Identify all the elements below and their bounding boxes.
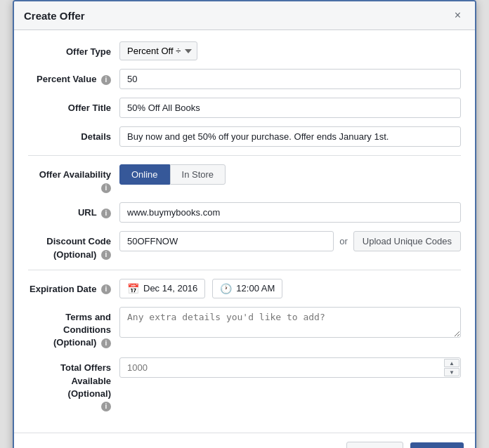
expiration-date-control: 📅 Dec 14, 2016 🕐 12:00 AM [119, 279, 461, 298]
avail-instore-button[interactable]: In Store [170, 164, 226, 185]
availability-buttons: Online In Store [119, 164, 461, 185]
terms-label: Terms and Conditions (Optional) i [28, 307, 119, 350]
terms-textarea[interactable] [119, 307, 461, 338]
dialog-header: Create Offer × [14, 1, 475, 30]
total-offers-label: Total Offers Available (Optional) i [28, 357, 119, 413]
percent-value-info-icon[interactable]: i [101, 75, 111, 85]
or-text: or [339, 236, 348, 246]
offer-type-row: Offer Type Percent Off ÷ [28, 41, 461, 60]
details-control [119, 126, 461, 147]
discount-code-input[interactable] [119, 231, 334, 251]
percent-value-label: Percent Value i [28, 69, 119, 86]
offer-title-label: Offer Title [28, 98, 119, 114]
spinner-down-button[interactable]: ▼ [444, 368, 459, 376]
close-button[interactable]: × [450, 8, 465, 22]
discount-row-inner: or Upload Unique Codes [119, 231, 461, 251]
create-button[interactable]: Create [410, 442, 464, 448]
section-divider-1 [28, 155, 461, 156]
discount-code-label: Discount Code (Optional) i [28, 231, 119, 261]
url-input[interactable] [119, 202, 461, 223]
details-row: Details [28, 126, 461, 147]
discount-code-row: Discount Code (Optional) i or Upload Uni… [28, 231, 461, 261]
expiration-date-label: Expiration Date i [28, 279, 119, 296]
expiration-date-row: Expiration Date i 📅 Dec 14, 2016 🕐 12:00… [28, 279, 461, 298]
offer-availability-control: Online In Store [119, 164, 461, 185]
discount-code-info-icon[interactable]: i [101, 250, 111, 260]
date-picker[interactable]: 📅 Dec 14, 2016 [119, 279, 205, 298]
clock-icon: 🕐 [220, 283, 232, 294]
dialog-footer: Cancel Create [14, 433, 475, 448]
percent-value-row: Percent Value i [28, 69, 461, 89]
total-offers-input[interactable] [119, 357, 461, 378]
terms-row: Terms and Conditions (Optional) i [28, 307, 461, 350]
calendar-icon: 📅 [127, 283, 139, 294]
offer-title-control [119, 98, 461, 118]
discount-code-control: or Upload Unique Codes [119, 231, 461, 251]
expiration-date-info-icon[interactable]: i [101, 284, 111, 294]
total-offers-row: Total Offers Available (Optional) i ▲ ▼ [28, 357, 461, 413]
offer-title-row: Offer Title [28, 98, 461, 118]
url-control [119, 202, 461, 223]
offer-type-label: Offer Type [28, 41, 119, 58]
date-value: Dec 14, 2016 [143, 283, 197, 294]
offer-title-input[interactable] [119, 98, 461, 118]
offer-availability-row: Offer Availability i Online In Store [28, 164, 461, 194]
dialog-body: Offer Type Percent Off ÷ Percent Value i… [14, 30, 475, 433]
details-input[interactable] [119, 126, 461, 147]
terms-info-icon[interactable]: i [101, 338, 111, 348]
number-spinners: ▲ ▼ [444, 359, 459, 376]
date-time-row: 📅 Dec 14, 2016 🕐 12:00 AM [119, 279, 461, 298]
avail-online-button[interactable]: Online [119, 164, 170, 185]
total-offers-input-wrap: ▲ ▼ [119, 357, 461, 378]
time-value: 12:00 AM [236, 283, 275, 294]
spinner-up-button[interactable]: ▲ [444, 359, 459, 367]
url-row: URL i [28, 202, 461, 223]
cancel-button[interactable]: Cancel [346, 442, 403, 448]
offer-availability-info-icon[interactable]: i [101, 183, 111, 193]
terms-control [119, 307, 461, 340]
upload-codes-button[interactable]: Upload Unique Codes [353, 231, 461, 251]
offer-availability-label: Offer Availability i [28, 164, 119, 194]
total-offers-control: ▲ ▼ [119, 357, 461, 378]
offer-type-select[interactable]: Percent Off ÷ [119, 41, 197, 60]
url-info-icon[interactable]: i [101, 209, 111, 218]
dialog-title: Create Offer [24, 10, 85, 22]
time-picker[interactable]: 🕐 12:00 AM [212, 279, 282, 298]
percent-value-control [119, 69, 461, 89]
section-divider-2 [28, 270, 461, 270]
create-offer-dialog: Create Offer × Offer Type Percent Off ÷ … [13, 0, 476, 448]
total-offers-info-icon[interactable]: i [101, 402, 111, 411]
details-label: Details [28, 126, 119, 143]
url-label: URL i [28, 202, 119, 219]
percent-value-input[interactable] [119, 69, 461, 89]
offer-type-control: Percent Off ÷ [119, 41, 461, 60]
